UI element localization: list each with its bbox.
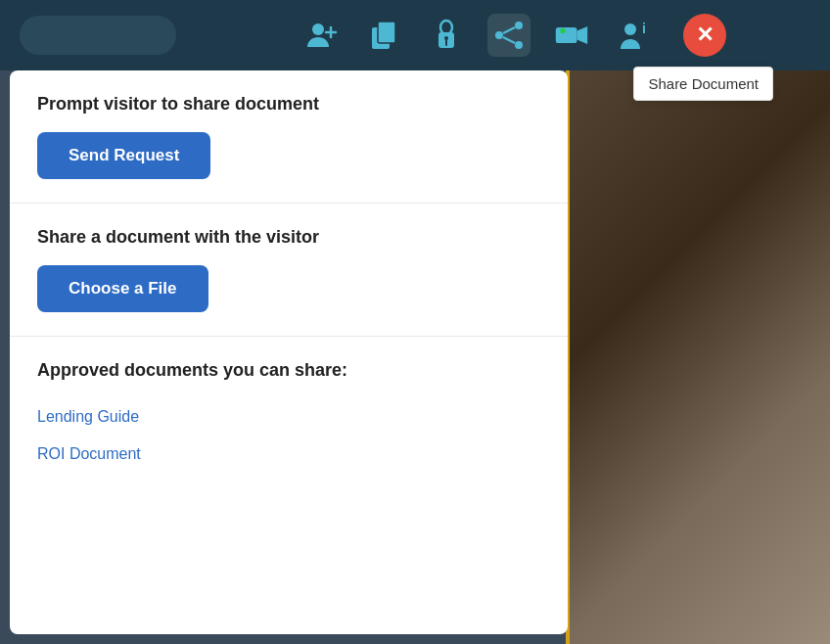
list-item: Lending Guide [37,398,540,436]
document-list: Lending Guide ROI Document [37,398,540,473]
send-request-title: Prompt visitor to share document [37,94,540,115]
toolbar-icons: i ✕ [300,14,726,57]
main-panel: Prompt visitor to share document Send Re… [10,70,568,634]
svg-marker-16 [576,26,587,44]
svg-point-0 [312,23,324,35]
svg-line-13 [503,37,515,43]
svg-point-15 [560,28,565,33]
lock-button[interactable] [425,14,468,57]
close-icon: ✕ [696,23,714,48]
svg-point-17 [624,23,636,35]
svg-rect-14 [556,27,577,43]
list-item: ROI Document [37,436,540,473]
svg-point-9 [515,22,523,29]
share-tooltip: Share Document [633,67,773,101]
approved-docs-title: Approved documents you can share: [37,360,540,381]
add-user-button[interactable] [300,14,343,57]
svg-point-11 [495,31,503,39]
copy-button[interactable] [362,14,405,57]
tooltip-text: Share Document [648,75,759,92]
roi-document-link[interactable]: ROI Document [37,436,540,473]
toolbar-search [20,16,176,55]
info-user-button[interactable]: i [613,14,656,57]
svg-rect-4 [378,22,395,43]
close-button[interactable]: ✕ [683,14,726,57]
choose-file-button[interactable]: Choose a File [37,265,208,312]
send-request-section: Prompt visitor to share document Send Re… [10,70,568,204]
video-button[interactable] [550,14,593,57]
send-request-button[interactable]: Send Request [37,132,210,179]
lending-guide-link[interactable]: Lending Guide [37,398,540,436]
svg-point-5 [440,21,452,34]
choose-file-title: Share a document with the visitor [37,227,540,248]
share-button[interactable] [487,14,530,57]
toolbar: i ✕ [0,0,830,70]
svg-point-8 [444,36,448,40]
approved-docs-section: Approved documents you can share: Lendin… [10,337,568,496]
svg-text:i: i [642,21,646,36]
choose-file-section: Share a document with the visitor Choose… [10,204,568,337]
svg-line-12 [503,27,515,33]
svg-point-10 [515,41,523,49]
